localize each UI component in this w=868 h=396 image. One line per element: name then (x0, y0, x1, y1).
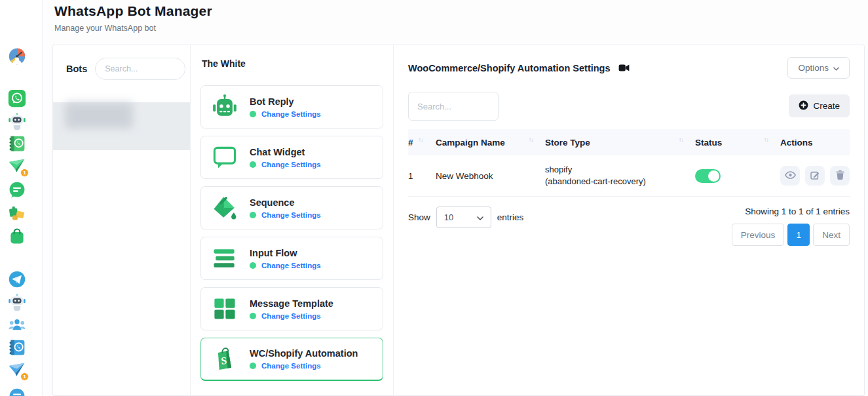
change-settings-link[interactable]: Change Settings (261, 211, 321, 219)
grid-icon (210, 294, 239, 323)
feature-title: Chat Widget (250, 147, 321, 157)
status-dot (250, 212, 256, 218)
status-toggle[interactable] (695, 169, 721, 183)
whatsapp-bot-icon[interactable] (8, 111, 26, 130)
bot-features-panel: The White Bot Reply Change Settings (191, 45, 394, 395)
change-settings-link[interactable]: Change Settings (261, 312, 321, 320)
feature-card-wc-shopify-automation[interactable]: S WC/Shopify Automation Change Settings (200, 338, 383, 381)
next-page-button[interactable]: Next (813, 224, 850, 246)
telegram-groups-icon[interactable] (8, 316, 26, 334)
change-settings-link[interactable]: Change Settings (261, 362, 321, 370)
whatsapp-shop-icon[interactable] (8, 227, 26, 245)
shopify-bag-icon: S (210, 345, 239, 374)
store-type-cell: shopify (abandoned-cart-recovery) (545, 164, 695, 188)
status-dot (250, 161, 256, 168)
previous-page-button[interactable]: Previous (732, 224, 785, 246)
column-header-status[interactable]: Status ↑↓ (695, 138, 780, 148)
chat-bubble-icon (210, 143, 239, 172)
whatsapp-icon[interactable] (8, 89, 26, 108)
feature-title: Message Template (250, 298, 333, 309)
bars-icon (210, 244, 239, 273)
notification-badge: 1 (20, 372, 29, 381)
entries-label: entries (497, 212, 524, 222)
page-title: WhatsApp Bot Manager (54, 3, 212, 19)
paint-bucket-icon (210, 193, 239, 222)
column-header-campaign-name[interactable]: Campaign Name ↑↓ (436, 138, 545, 148)
row-index: 1 (408, 171, 436, 181)
page-header: WhatsApp Bot Manager Manage your WhatsAp… (54, 3, 212, 33)
entries-summary: Showing 1 to 1 of 1 entries (745, 207, 850, 216)
column-header-store-type[interactable]: Store Type ↑↓ (545, 138, 695, 148)
show-label: Show (408, 212, 430, 222)
feature-title: Bot Reply (250, 96, 321, 107)
robot-icon (210, 92, 239, 121)
chevron-down-icon (477, 212, 483, 222)
feature-card-input-flow[interactable]: Input Flow Change Settings (200, 237, 383, 280)
telegram-contacts-icon[interactable] (8, 338, 26, 357)
bots-search-input[interactable] (95, 58, 185, 80)
whatsapp-broadcast-icon[interactable]: 1 (8, 157, 26, 176)
panel-title: WooCommerce/Shopify Automation Settings (408, 63, 611, 73)
page-1-button[interactable]: 1 (787, 224, 810, 246)
sort-icon: ↑↓ (419, 136, 423, 143)
bot-list-item-selected[interactable] (53, 102, 190, 150)
feature-card-message-template[interactable]: Message Template Change Settings (200, 287, 383, 330)
toggle-knob (708, 170, 719, 182)
whatsapp-integrations-icon[interactable] (8, 204, 26, 222)
feature-card-chat-widget[interactable]: Chat Widget Change Settings (200, 136, 383, 179)
selected-bot-name: The White (202, 58, 383, 69)
status-dot (250, 262, 256, 269)
sort-icon: ↑↓ (529, 136, 533, 143)
whatsapp-contacts-icon[interactable] (8, 134, 26, 153)
page-size-select[interactable]: 10 (436, 207, 491, 228)
change-settings-link[interactable]: Change Settings (261, 110, 321, 118)
edit-button[interactable] (805, 166, 825, 186)
chevron-down-icon (833, 63, 839, 73)
trash-icon (836, 170, 844, 182)
table-search-input[interactable] (408, 92, 499, 121)
redacted-bot-name (65, 102, 133, 129)
delete-button[interactable] (830, 166, 850, 186)
bots-panel: Bots (53, 45, 191, 395)
feature-title: Sequence (250, 197, 321, 208)
whatsapp-chat-icon[interactable] (8, 181, 26, 199)
table-row: 1 New Webhook shopify (abandoned-cart-re… (408, 155, 850, 197)
column-header-index[interactable]: # ↑↓ (408, 138, 436, 148)
left-icon-rail: 1 1 (0, 0, 43, 396)
telegram-bot-icon[interactable] (8, 292, 26, 311)
pagination: Previous 1 Next (732, 224, 850, 246)
telegram-broadcast-icon[interactable]: 1 (8, 361, 26, 380)
page-subtitle: Manage your WhatsApp bot (54, 24, 212, 33)
options-button[interactable]: Options (787, 57, 850, 79)
status-dot (250, 111, 256, 117)
campaign-name-cell: New Webhook (436, 171, 545, 181)
edit-icon (810, 170, 820, 182)
feature-title: Input Flow (250, 248, 321, 258)
table-header-row: # ↑↓ Campaign Name ↑↓ Store Type ↑↓ Stat… (408, 129, 850, 155)
eye-icon (785, 171, 796, 181)
telegram-icon[interactable] (8, 270, 26, 288)
sort-icon: ↑↓ (764, 136, 768, 143)
dashboard-gauge-icon[interactable] (8, 47, 26, 66)
feature-card-bot-reply[interactable]: Bot Reply Change Settings (200, 85, 383, 129)
plus-circle-icon (799, 100, 808, 112)
svg-text:S: S (220, 354, 227, 366)
change-settings-link[interactable]: Change Settings (261, 262, 321, 269)
automation-settings-panel: WooCommerce/Shopify Automation Settings … (394, 45, 864, 395)
change-settings-link[interactable]: Change Settings (261, 161, 321, 168)
automation-table: # ↑↓ Campaign Name ↑↓ Store Type ↑↓ Stat… (408, 129, 850, 197)
view-button[interactable] (780, 166, 800, 186)
create-button[interactable]: Create (789, 94, 850, 117)
bots-label: Bots (66, 64, 87, 74)
telegram-chat-icon[interactable] (8, 387, 26, 396)
status-dot (250, 313, 256, 319)
status-dot (250, 363, 256, 369)
notification-badge: 1 (20, 168, 29, 177)
video-camera-icon[interactable] (618, 64, 630, 72)
column-header-actions: Actions (780, 138, 850, 148)
sort-icon: ↑↓ (679, 136, 683, 143)
feature-card-sequence[interactable]: Sequence Change Settings (200, 186, 383, 229)
main-card: Bots The White Bot Reply Change Setti (52, 45, 865, 396)
app-root: 1 1 WhatsApp Bot Manag (0, 0, 868, 396)
feature-title: WC/Shopify Automation (250, 348, 358, 359)
